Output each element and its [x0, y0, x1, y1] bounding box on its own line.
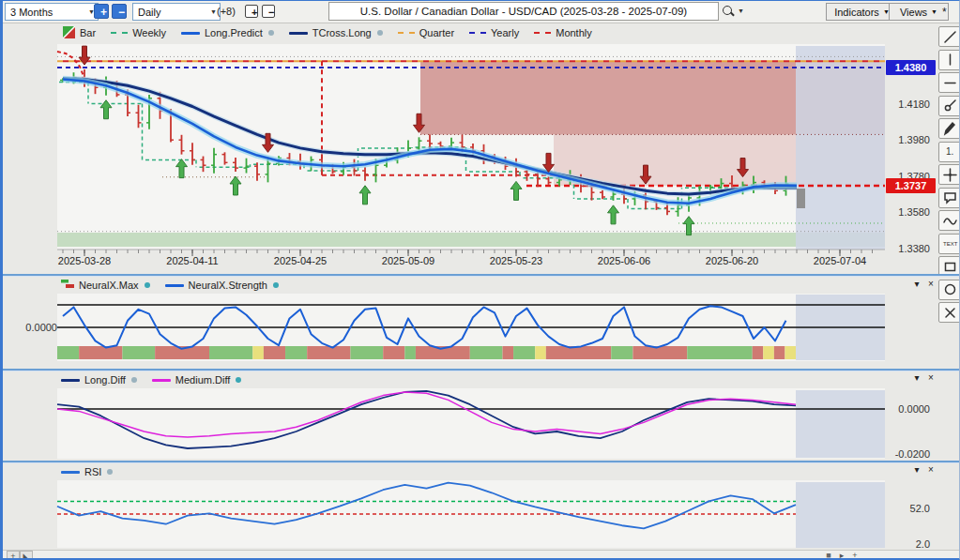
prediction-window — [796, 46, 885, 548]
panel-divider[interactable] — [3, 461, 959, 463]
legend-item-label: TCross.Long — [312, 27, 372, 38]
text-icon: TEXT — [942, 235, 958, 251]
x-axis-ticks — [57, 250, 885, 256]
neural-strip-segment — [687, 346, 752, 359]
horizontal-line-tool-button[interactable] — [938, 72, 960, 93]
diagonal-line-tool-button[interactable] — [938, 26, 960, 47]
support-green — [57, 233, 885, 247]
neural-strip-segment — [285, 346, 307, 359]
text-tool-button[interactable]: TEXT — [938, 234, 960, 254]
legend-info-dot-icon[interactable] — [377, 30, 383, 36]
neural-strip-segment — [513, 346, 535, 359]
legend-line-swatch — [165, 284, 184, 287]
panel-close-button[interactable]: × — [925, 372, 937, 383]
legend-item-label: RSI — [84, 466, 101, 477]
legend-line-swatch — [181, 32, 200, 35]
legend-item-label: NeuralX.Strength — [189, 280, 267, 291]
legend-item[interactable]: Long.Diff — [61, 374, 137, 386]
neural-strip-segment — [785, 346, 796, 359]
legend-line-swatch — [289, 32, 308, 35]
legend-item[interactable]: TCross.Long — [289, 27, 383, 38]
legend-item-label: Medium.Diff — [175, 374, 230, 386]
legend-item-label: NeuralX.Max — [79, 280, 139, 291]
legend-info-dot-icon[interactable] — [107, 469, 113, 475]
neural-strip-segment — [79, 346, 122, 359]
legend-item[interactable]: Weekly — [111, 27, 166, 38]
legend-item-label: Long.Diff — [84, 374, 126, 386]
current-bar-marker — [797, 189, 805, 208]
legend-item[interactable]: Bar — [63, 26, 96, 40]
legend-item[interactable]: Quarter — [398, 27, 454, 38]
legend-info-dot-icon[interactable] — [268, 30, 274, 36]
legend-item-label: Yearly — [491, 27, 519, 38]
neural-strip-segment — [611, 346, 632, 359]
neural-strip-segment — [404, 346, 416, 359]
neural-strip-segment — [470, 346, 503, 359]
neural-strip-segment — [307, 346, 350, 359]
wave-tool-button[interactable] — [938, 210, 960, 231]
legend-item[interactable]: Long.Predict — [181, 27, 274, 38]
legend-info-dot-icon[interactable] — [131, 377, 137, 383]
ellipse-tool-button[interactable] — [938, 280, 960, 300]
callout-tool-button[interactable] — [938, 188, 960, 208]
scroll-add-icon[interactable]: + — [7, 551, 20, 560]
neural-strip-segment — [774, 346, 785, 359]
neural-strip-segment — [209, 346, 252, 359]
panel-close-button[interactable]: × — [925, 464, 937, 475]
horizontal-line-icon — [942, 75, 958, 91]
stop-icon[interactable]: ■ — [823, 551, 834, 560]
neural-strip-segment — [753, 346, 764, 359]
neural-strip-segment — [383, 346, 404, 359]
erase-icon — [942, 305, 958, 321]
neural-strip-segment — [57, 346, 79, 359]
crosshair-tool-button[interactable] — [938, 164, 960, 185]
number-icon: 1. — [942, 144, 958, 159]
panel-collapse-button[interactable]: ▾ — [911, 372, 922, 383]
legend-info-dot-icon[interactable] — [273, 282, 279, 288]
rectangle-icon — [942, 259, 958, 275]
legend-item-label: Bar — [80, 27, 96, 38]
bottom-scrollbar — [3, 550, 959, 560]
neural-strip-segment — [535, 346, 546, 359]
neural-panel-legend: NeuralX.MaxNeuralX.Strength — [61, 278, 279, 293]
legend-item[interactable]: Yearly — [469, 27, 519, 38]
diagonal-line-icon — [942, 29, 958, 45]
wave-icon — [942, 213, 958, 229]
main-chart-legend: BarWeeklyLong.PredictTCross.LongQuarterY… — [63, 25, 592, 40]
erase-tool-button[interactable] — [938, 302, 960, 323]
scroll-corner-icon[interactable]: ◣ — [20, 551, 33, 560]
panel-divider[interactable] — [3, 274, 959, 277]
neural-legend-icon — [61, 280, 74, 291]
panel-collapse-button[interactable]: ▾ — [911, 464, 922, 475]
callout-icon — [942, 189, 958, 205]
legend-item[interactable]: Medium.Diff — [152, 374, 241, 386]
bar-legend-icon — [63, 26, 75, 40]
neural-strip-segment — [632, 346, 687, 359]
legend-dash-swatch — [534, 32, 551, 34]
play-icon[interactable]: ▸ — [836, 551, 847, 560]
number-tool-button[interactable]: 1. — [938, 142, 960, 162]
legend-item[interactable]: NeuralX.Strength — [165, 280, 279, 291]
svg-text:1.: 1. — [946, 146, 953, 157]
legend-item[interactable]: NeuralX.Max — [61, 280, 150, 291]
legend-info-dot-icon[interactable] — [236, 377, 241, 383]
legend-item[interactable]: RSI — [61, 466, 113, 477]
panel-collapse-button[interactable]: ▾ — [911, 279, 922, 289]
legend-item[interactable]: Monthly — [534, 27, 592, 38]
legend-dash-swatch — [469, 32, 486, 34]
legend-info-dot-icon[interactable] — [145, 282, 150, 288]
legend-item-label: Quarter — [419, 27, 454, 38]
brush-tool-button[interactable] — [938, 118, 960, 139]
legend-item-label: Weekly — [132, 27, 166, 38]
legend-item-label: Monthly — [556, 27, 592, 38]
neural-strip-segment — [264, 346, 285, 359]
pin-tool-button[interactable] — [938, 96, 960, 116]
legend-item-label: Long.Predict — [205, 27, 263, 38]
diff-panel-legend: Long.DiffMedium.Diff — [61, 372, 241, 387]
svg-text:TEXT: TEXT — [943, 241, 958, 247]
panel-close-button[interactable]: × — [925, 279, 937, 289]
vertical-line-tool-button[interactable] — [938, 50, 960, 70]
step-plus-icon[interactable]: + — [849, 551, 861, 560]
panel-divider[interactable] — [3, 369, 959, 371]
neural-strip-segment — [350, 346, 383, 359]
